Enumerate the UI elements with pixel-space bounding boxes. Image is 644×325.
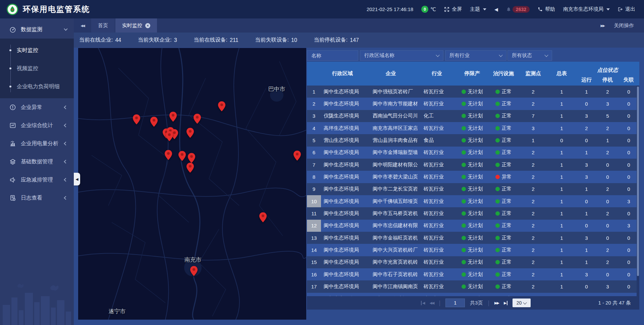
table-row[interactable]: 12阆中生态环境局阆中市忠信建材有限公砖瓦行业无计划正常21003 bbox=[307, 220, 639, 232]
row-company: 阆中大兴页岩机砖厂 bbox=[364, 244, 418, 256]
status-dot-icon bbox=[462, 211, 466, 216]
table-row[interactable]: 5营山生态环境局营山县润丰肉食品有限食品无计划正常10010 bbox=[307, 134, 639, 146]
row-seq: 2 bbox=[307, 98, 321, 110]
status-dot-icon bbox=[495, 284, 500, 289]
fullscreen-label: 全屏 bbox=[452, 6, 462, 12]
table-row[interactable]: 15阆中生态环境局阆中市光富页岩机砖厂砖瓦行业无计划正常21120 bbox=[307, 256, 639, 268]
status-filter-select[interactable]: 所有状态 bbox=[507, 50, 552, 61]
table-row[interactable]: 9阆中生态环境局阆中市二龙长宝页岩砖砖瓦行业无计划正常21120 bbox=[307, 183, 639, 195]
sidebar-item-log-view[interactable]: 日志查看 bbox=[0, 189, 74, 207]
col-stop: 停机 bbox=[597, 74, 618, 86]
table-row[interactable]: 14阆中生态环境局阆中大兴页岩机砖厂砖瓦行业无计划正常21120 bbox=[307, 244, 639, 256]
scrollbar-thumb[interactable] bbox=[637, 87, 639, 276]
row-company: 阆中市江南镇阆南页岩 bbox=[364, 280, 418, 292]
status-dot-icon bbox=[462, 284, 466, 289]
phone-icon bbox=[538, 7, 543, 12]
row-lost-count: 0 bbox=[618, 110, 639, 122]
tab-home[interactable]: 首页 bbox=[91, 18, 115, 33]
table-row[interactable]: 3仪陇生态环境局西南油气田分公司川中化工无计划正常71350 bbox=[307, 110, 639, 122]
table-row[interactable]: 13阆中生态环境局阆中市金福旺页岩机砖砖瓦行业无计划正常21300 bbox=[307, 232, 639, 244]
table-row[interactable]: 6阆中生态环境局阆中市金博瑞新型墙材砖瓦行业无计划正常21120 bbox=[307, 147, 639, 159]
table-row[interactable]: 7阆中生态环境局阆中明阳建材有限公司砖瓦行业无计划正常21300 bbox=[307, 159, 639, 171]
sidebar-subitem-realtime-monitor[interactable]: 实时监控 bbox=[0, 41, 74, 59]
row-stop-count: 0 bbox=[597, 220, 618, 232]
row-facility-status: 正常 bbox=[488, 195, 519, 207]
row-stop-count: 2 bbox=[597, 207, 618, 219]
total-pages-label: 共3页 bbox=[470, 300, 483, 306]
status-dot-icon bbox=[495, 199, 500, 204]
sidebar-item-base-data[interactable]: 基础数据管理 bbox=[0, 153, 74, 171]
map-pin-icon[interactable] bbox=[218, 101, 225, 111]
map-pin-icon[interactable] bbox=[186, 163, 194, 173]
sidebar-item-enterprise-abnormal[interactable]: 企业异常 bbox=[0, 98, 74, 116]
org-dropdown[interactable]: 南充市生态环境局 bbox=[563, 6, 610, 12]
map-pin-icon[interactable] bbox=[150, 117, 158, 127]
status-dot-icon bbox=[495, 260, 500, 264]
row-limit-status: 无计划 bbox=[456, 195, 488, 207]
table-row[interactable]: 8阆中生态环境局阆中市枣碧大梁山页岩砖瓦行业无计划异常21300 bbox=[307, 171, 639, 183]
logout-button[interactable]: 退出 bbox=[618, 6, 635, 12]
next-page-icon[interactable]: ▶▶ bbox=[494, 301, 499, 305]
theme-dropdown[interactable]: 主题 bbox=[470, 6, 486, 12]
row-total-count: 1 bbox=[547, 183, 576, 195]
scroll-tabs-right-icon[interactable]: ▶▶ bbox=[601, 24, 604, 28]
col-group-point-status: 点位状态 bbox=[576, 62, 639, 74]
row-monitor-count: 2 bbox=[519, 207, 547, 219]
tab-realtime-monitor[interactable]: 实时监控 × bbox=[115, 18, 157, 33]
name-filter-field[interactable] bbox=[307, 50, 358, 61]
sidebar-item-data-monitor[interactable]: 数据监测 bbox=[0, 20, 74, 39]
industry-filter-select[interactable]: 所有行业 bbox=[445, 50, 506, 61]
name-filter-input[interactable] bbox=[311, 53, 354, 58]
close-tab-icon[interactable]: × bbox=[145, 23, 150, 28]
table-row[interactable]: 17阆中生态环境局阆中市江南镇阆南页岩砖瓦行业无计划正常21030 bbox=[307, 280, 639, 292]
map-pin-icon[interactable] bbox=[259, 212, 267, 222]
row-facility-status: 正常 bbox=[488, 86, 519, 98]
map-pin-icon[interactable] bbox=[133, 114, 140, 124]
row-industry: 砖瓦行业 bbox=[418, 244, 456, 256]
table-row[interactable]: 11阆中生态环境局阆中市五马桥页岩机砖砖瓦行业无计划正常21120 bbox=[307, 207, 639, 219]
map-pin-icon[interactable] bbox=[190, 266, 198, 276]
map-pin-icon[interactable] bbox=[188, 153, 195, 163]
map-pin-icon[interactable] bbox=[194, 114, 201, 124]
map-pin-icon[interactable] bbox=[293, 151, 301, 161]
last-page-icon[interactable]: ▶ bbox=[504, 301, 507, 305]
map-pin-icon[interactable] bbox=[166, 131, 173, 141]
page-size-select[interactable]: 20 bbox=[513, 299, 531, 307]
fullscreen-button[interactable]: 全屏 bbox=[444, 6, 462, 12]
map-pin-icon[interactable] bbox=[186, 128, 194, 138]
sidebar-subitem-video-monitor[interactable]: 视频监控 bbox=[0, 59, 74, 77]
temperature-unit: ℃ bbox=[430, 6, 436, 12]
table-scrollbar[interactable] bbox=[637, 86, 639, 296]
map-panel[interactable]: 巴中市南充市遂宁市 bbox=[78, 48, 306, 320]
help-button[interactable]: 帮助 bbox=[538, 6, 555, 12]
alarm-counter[interactable]: 2632 bbox=[506, 6, 530, 13]
sidebar-collapse-handle[interactable]: ◀ bbox=[74, 173, 80, 185]
row-seq: 14 bbox=[307, 244, 321, 256]
stat-label: 当前失联设备: bbox=[255, 37, 289, 44]
content-area: ◀◀ 首页 实时监控 × ▶▶ 关闭操作 当前在线企业:44当前失联企业:3当前… bbox=[74, 18, 644, 325]
map-pin-icon[interactable] bbox=[165, 150, 172, 160]
prev-page-icon[interactable]: ◀◀ bbox=[429, 301, 434, 305]
table-row[interactable]: 1阆中生态环境局阆中强锐页岩砖厂砖瓦行业无计划正常21120 bbox=[307, 86, 639, 98]
table-row[interactable]: 10阆中生态环境局阆中千佛镇五郎垭页岩砖瓦行业无计划正常21003 bbox=[307, 195, 639, 207]
region-filter-select[interactable]: 行政区域名称 bbox=[360, 50, 443, 61]
page-title: 环保用电监管系统 bbox=[23, 4, 90, 14]
sidebar-subitem-power-load-detail[interactable]: 企业电力负荷明细 bbox=[0, 77, 74, 96]
scroll-tabs-left-icon[interactable]: ◀◀ bbox=[74, 18, 91, 33]
map-pin-icon[interactable] bbox=[178, 151, 186, 161]
first-page-icon[interactable]: ◀ bbox=[421, 301, 424, 305]
table-row[interactable]: 4高坪生态环境局南充市高坪区王家店建砖瓦行业无计划正常31220 bbox=[307, 122, 639, 134]
row-stop-count: 0 bbox=[597, 232, 618, 244]
map-pin-icon[interactable] bbox=[169, 112, 177, 122]
table-row[interactable]: 2阆中生态环境局阆中市南方节能建材有砖瓦行业无计划正常21030 bbox=[307, 98, 639, 110]
table-row[interactable]: 18南部生态环境局南部县砌华水泥有限公建材加工无计划正常21120 bbox=[307, 293, 639, 296]
page-number-input[interactable] bbox=[445, 299, 465, 307]
table-row[interactable]: 16阆中生态环境局阆中市石子页岩机砖厂砖瓦行业无计划正常21300 bbox=[307, 268, 639, 280]
sidebar-item-power-analysis[interactable]: 企业用电量分析 bbox=[0, 134, 74, 153]
row-run-count: 0 bbox=[576, 195, 597, 207]
close-operations-button[interactable]: 关闭操作 bbox=[614, 22, 634, 29]
sound-icon[interactable]: ◀ bbox=[494, 7, 498, 12]
sidebar-item-enterprise-statistics[interactable]: 企业综合统计 bbox=[0, 116, 74, 134]
sidebar-item-emergency-reduction[interactable]: 应急减排管理 bbox=[0, 171, 74, 189]
col-seq bbox=[307, 62, 321, 86]
